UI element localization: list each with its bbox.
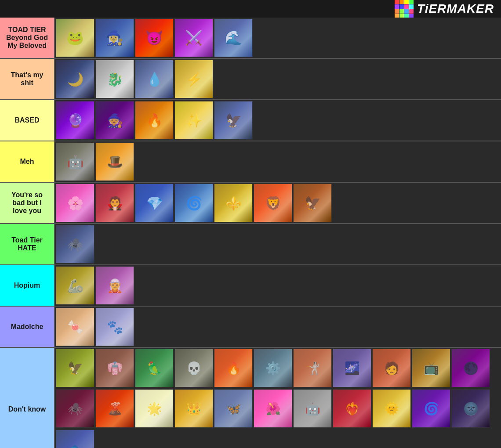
card-item[interactable]: 📺 (412, 349, 450, 387)
card-item[interactable]: 😈 (135, 18, 174, 57)
card-item[interactable]: 🐸 (56, 18, 94, 57)
card-item[interactable]: 🌺 (254, 389, 292, 428)
logo-cell (404, 0, 409, 4)
card-item[interactable]: 🤺 (293, 349, 332, 387)
card-item[interactable]: 🦋 (214, 389, 253, 428)
card-item[interactable]: ⚜️ (214, 184, 253, 222)
logo-cell (395, 0, 399, 4)
card-item[interactable]: 🦾 (56, 266, 94, 305)
card-item[interactable]: 🌋 (95, 389, 134, 428)
card-item[interactable]: 🕷️ (56, 225, 94, 264)
card-inner: 🦅 (214, 101, 252, 139)
card-item[interactable]: 🌀 (412, 389, 450, 428)
logo-cell (404, 9, 409, 14)
tier-content-dont-know: 🦅 👘 🦜 💀 🔥 ⚙️ (55, 348, 501, 448)
tier-row-dont-know: Don't know 🦅 👘 🦜 💀 (0, 348, 501, 448)
logo-cell (409, 9, 414, 14)
card-inner: 🐸 (56, 19, 94, 57)
card-inner: 🌊 (214, 19, 252, 57)
logo-cell (399, 4, 404, 9)
card-item[interactable]: ✨ (174, 101, 213, 140)
card-item[interactable]: 🌞 (372, 389, 411, 428)
card-item[interactable]: 🐉 (95, 60, 134, 98)
header: TiERMAKER (0, 0, 501, 18)
card-item[interactable]: 🤖 (56, 142, 94, 181)
card-item[interactable]: 💎 (135, 184, 174, 222)
card-inner: 🔥 (135, 101, 173, 139)
card-item[interactable]: 👘 (95, 349, 134, 387)
card-inner: 🌀 (175, 184, 213, 222)
card-item[interactable]: 🦁 (254, 184, 292, 222)
card-item[interactable]: 💀 (174, 349, 213, 387)
card-item[interactable]: 🧛 (95, 184, 134, 222)
tier-label-thats-my-shit: That's my shit (0, 59, 55, 99)
card-item[interactable]: 🌀 (174, 184, 213, 222)
tier-row-meh: Meh 🤖 🎩 (0, 141, 501, 183)
card-item[interactable]: 🦅 (214, 101, 253, 140)
card-item[interactable]: 🐟 (56, 430, 94, 448)
card-inner: 🍬 (56, 308, 94, 346)
card-item[interactable]: 🤖 (293, 389, 332, 428)
tiermaker-logo-text: TiERMAKER (417, 2, 494, 16)
card-item[interactable]: 🎩 (95, 142, 134, 181)
card-inner: 🧛 (96, 184, 134, 222)
card-item[interactable]: 🕷️ (56, 389, 94, 428)
card-item[interactable]: 🧙 (95, 101, 134, 140)
tier-content-bad-love: 🌸 🧛 💎 🌀 (55, 183, 501, 223)
page-container: TiERMAKER TOAD TIER Beyond God My Belove… (0, 0, 501, 448)
card-item[interactable]: 🦅 (56, 349, 94, 387)
tier-label-dont-know: Don't know (0, 348, 55, 448)
card-item[interactable]: 🌟 (135, 389, 174, 428)
card-item[interactable]: 🌸 (56, 184, 94, 222)
card-item[interactable]: 🌊 (214, 18, 253, 57)
card-inner: 🐉 (96, 60, 134, 98)
tier-label-toad-hate: Toad Tier HATE (0, 224, 55, 264)
logo-cell (399, 9, 404, 14)
card-item[interactable]: 🌙 (56, 60, 94, 98)
card-item[interactable]: ⚡ (174, 60, 213, 98)
card-item[interactable]: 🍬 (56, 307, 94, 346)
card-item[interactable]: 🌚 (451, 389, 490, 428)
tier-label-madolche: Madolche (0, 307, 55, 347)
card-item[interactable]: 🧑 (372, 349, 411, 387)
tier-content-hopium: 🦾 🧝 (55, 265, 501, 306)
logo-grid (395, 0, 414, 18)
tier-row-bad-love: You're so bad but I love you 🌸 🧛 💎 (0, 183, 501, 224)
card-inner: 🧙 (96, 101, 134, 139)
card-inner: 🧝 (96, 267, 134, 304)
card-inner: 🧙‍♀️ (96, 19, 134, 57)
card-inner: 🤖 (56, 143, 94, 181)
tier-content-based: 🔮 🧙 🔥 ✨ (55, 100, 501, 141)
tier-row-hopium: Hopium 🦾 🧝 (0, 265, 501, 307)
card-item[interactable]: 🦅 (293, 184, 332, 222)
tier-label-toad-beyond: TOAD TIER Beyond God My Beloved (0, 18, 55, 58)
dont-know-row2: 🕷️ 🌋 🌟 👑 🦋 🌺 (56, 389, 490, 428)
card-inner: 🌙 (56, 60, 94, 98)
card-item[interactable]: 👑 (174, 389, 213, 428)
tier-row-toad-hate: Toad Tier HATE 🕷️ (0, 224, 501, 265)
card-item[interactable]: ⚙️ (254, 349, 292, 387)
tier-content-toad-beyond: 🐸 🧙‍♀️ 😈 ⚔️ (55, 18, 501, 58)
card-item[interactable]: 🌑 (451, 349, 490, 387)
card-inner: ⚡ (175, 60, 213, 98)
card-item[interactable]: ❤️‍🔥 (333, 389, 371, 428)
card-item[interactable]: 🌌 (333, 349, 371, 387)
card-item[interactable]: 🔥 (135, 101, 174, 140)
logo-cell (395, 9, 399, 14)
card-item[interactable]: 🦜 (135, 349, 174, 387)
card-item[interactable]: 🧝 (95, 266, 134, 305)
tier-row-toad-beyond: TOAD TIER Beyond God My Beloved 🐸 🧙‍♀️ 😈 (0, 18, 501, 59)
card-item[interactable]: ⚔️ (174, 18, 213, 57)
card-inner: 🕷️ (56, 225, 94, 263)
tier-content-madolche: 🍬 🐾 (55, 307, 501, 347)
tier-table: TOAD TIER Beyond God My Beloved 🐸 🧙‍♀️ 😈 (0, 18, 501, 448)
card-item[interactable]: 🔮 (56, 101, 94, 140)
card-inner: 🐾 (96, 308, 134, 346)
card-item[interactable]: 💧 (135, 60, 174, 98)
card-inner: 💧 (135, 60, 173, 98)
tier-content-toad-hate: 🕷️ (55, 224, 501, 264)
card-item[interactable]: 🐾 (95, 307, 134, 346)
card-item[interactable]: 🧙‍♀️ (95, 18, 134, 57)
card-inner: 🌸 (56, 184, 94, 222)
card-item[interactable]: 🔥 (214, 349, 253, 387)
